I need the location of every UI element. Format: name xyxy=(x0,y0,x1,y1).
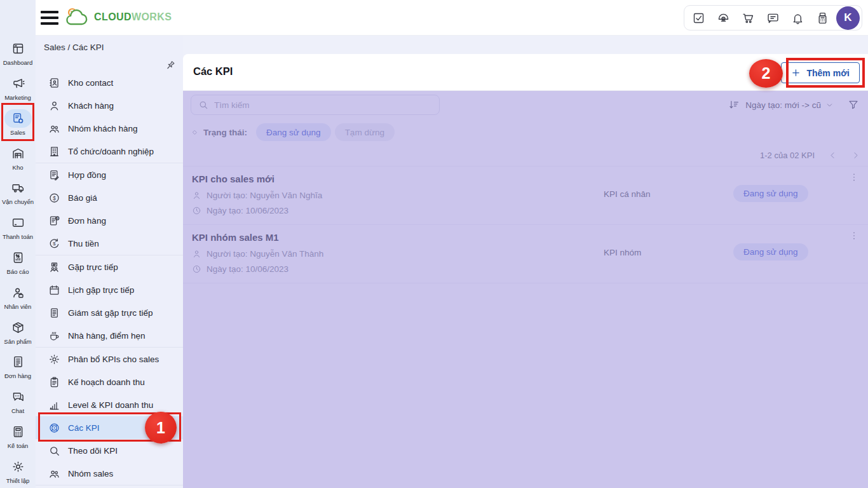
employee-icon xyxy=(11,286,25,299)
rail-item-label: Sản phẩm xyxy=(4,338,31,345)
orders-icon xyxy=(11,355,25,369)
sidebar-item-label: Kế hoạch doanh thu xyxy=(68,377,145,387)
truck-icon xyxy=(11,181,25,194)
cart-icon xyxy=(742,11,755,25)
sidebar-group: Hợp đồng $ Báo giá $ Đơn hàng $ Thu tiền xyxy=(36,163,183,255)
user-icon xyxy=(48,100,60,112)
users-icon xyxy=(48,123,60,135)
sidebar-item-nha-hang[interactable]: Nhà hàng, điểm hẹn xyxy=(36,324,183,347)
sidebar-item-label: Phân bổ KPIs cho sales xyxy=(68,355,159,364)
sidebar-item-theo-doi-kpi[interactable]: Theo dõi KPI xyxy=(36,439,183,462)
chat-button[interactable] xyxy=(761,6,785,30)
sort-control[interactable]: Ngày tạo: mới -> cũ xyxy=(728,91,859,119)
rail-item-sales[interactable]: Sales xyxy=(0,105,36,140)
camera-button[interactable] xyxy=(711,6,736,30)
sidebar-item-label: Level & KPI doanh thu xyxy=(68,400,153,410)
rail-item-don-hang[interactable]: Đơn hàng xyxy=(0,349,36,384)
sidebar-item-kho-contact[interactable]: Kho contact xyxy=(36,71,183,94)
sidebar-group: Kho contact Khách hàng Nhóm khách hàng T… xyxy=(36,71,183,163)
add-new-button[interactable]: Thêm mới xyxy=(781,62,860,83)
rail-item-nhan-vien[interactable]: Nhân viên xyxy=(0,279,36,314)
sidebar-item-phan-bo-kpi[interactable]: Phân bổ KPIs cho sales xyxy=(36,348,183,370)
calculator-icon xyxy=(11,425,25,438)
plus-icon xyxy=(791,68,801,78)
rail-item-thanh-toan[interactable]: Thanh toán xyxy=(0,210,36,245)
add-new-label: Thêm mới xyxy=(806,68,850,78)
pos-button[interactable] xyxy=(810,6,835,30)
sidebar-item-level-kpi[interactable]: Level & KPI doanh thu xyxy=(36,393,183,416)
bell-button[interactable] xyxy=(785,6,810,30)
cart-button[interactable] xyxy=(736,6,761,30)
kpi-title: KPI cho sales mới xyxy=(192,173,275,184)
pagination: 1-2 của 02 KPI xyxy=(760,146,860,165)
sidebar-item-nhom-sales[interactable]: Nhóm sales xyxy=(36,462,183,485)
rail-item-ke-toan[interactable]: Kế toán xyxy=(0,418,36,453)
sort-label: Ngày tạo: mới -> cũ xyxy=(745,100,821,110)
filter-chip[interactable]: Tạm dừng xyxy=(335,123,395,141)
kpi-row[interactable]: KPI cho sales mới Người tạo: Nguyễn Văn … xyxy=(183,166,868,225)
menu-toggle-button[interactable] xyxy=(41,11,58,25)
task-button[interactable] xyxy=(686,6,711,30)
module-rail: Dashboard Marketing Sales Kho Vận chuyển… xyxy=(0,36,36,488)
user-avatar[interactable]: K xyxy=(836,6,860,30)
page-title: Các KPI xyxy=(193,65,233,78)
chevron-left-icon[interactable] xyxy=(828,151,837,160)
rail-item-marketing[interactable]: Marketing xyxy=(0,71,36,105)
sidebar-item-cac-kpi[interactable]: Các KPI xyxy=(36,416,183,439)
meeting-icon xyxy=(48,261,60,273)
sidebar-menu: Kho contact Khách hàng Nhóm khách hàng T… xyxy=(36,71,183,485)
sidebar-item-label: Giám sát gặp trực tiếp xyxy=(68,308,153,318)
chat-icon xyxy=(766,11,780,25)
kpi-row[interactable]: KPI nhóm sales M1 Người tạo: Nguyễn Văn … xyxy=(183,225,868,283)
rail-item-label: Kho xyxy=(13,164,24,171)
rail-item-bao-cao[interactable]: Báo cáo xyxy=(0,245,36,280)
kpi-list-panel: Ngày tạo: mới -> cũ Trạng thái: Đang sử … xyxy=(183,91,868,488)
kebab-menu-icon[interactable] xyxy=(849,231,859,241)
rail-item-dashboard[interactable]: Dashboard xyxy=(0,36,36,71)
contact-book-icon xyxy=(48,77,60,89)
kebab-menu-icon[interactable] xyxy=(849,172,859,182)
package-icon xyxy=(11,321,25,334)
monitor-list-icon xyxy=(48,307,60,319)
rail-item-chat[interactable]: Chat xyxy=(0,384,36,419)
filter-funnel-icon[interactable] xyxy=(848,99,859,111)
sidebar-item-label: Khách hàng xyxy=(68,101,114,111)
sidebar-item-giam-sat-gap[interactable]: Giám sát gặp trực tiếp xyxy=(36,301,183,324)
receipt-icon: $ xyxy=(48,215,60,227)
status-badge: Đang sử dụng xyxy=(733,185,808,202)
sidebar-item-label: Nhóm khách hàng xyxy=(68,124,138,133)
sidebar-item-to-chuc[interactable]: Tổ chức/doanh nghiệp xyxy=(36,140,183,163)
rail-item-label: Thiết lập xyxy=(6,477,29,484)
pin-icon[interactable] xyxy=(165,60,176,71)
search-input[interactable] xyxy=(214,100,432,110)
svg-text:$: $ xyxy=(57,216,58,220)
rail-item-thiet-lap[interactable]: Thiết lập xyxy=(0,453,36,488)
pos-icon xyxy=(816,11,829,25)
building-icon xyxy=(48,146,60,158)
sidebar-item-label: Thu tiền xyxy=(68,239,99,248)
sidebar-item-hop-dong[interactable]: Hợp đồng xyxy=(36,163,183,186)
sidebar-item-gap-truc-tiep[interactable]: Gặp trực tiếp xyxy=(36,255,183,278)
sidebar-item-ke-hoach-doanh-thu[interactable]: Kế hoạch doanh thu xyxy=(36,370,183,393)
sidebar-item-bao-gia[interactable]: $ Báo giá xyxy=(36,186,183,209)
rail-item-van-chuyen[interactable]: Vận chuyển xyxy=(0,175,36,210)
rail-item-san-pham[interactable]: Sản phẩm xyxy=(0,314,36,349)
rail-item-kho[interactable]: Kho xyxy=(0,140,36,175)
sidebar-item-don-hang[interactable]: $ Đơn hàng xyxy=(36,209,183,232)
sales-doc-icon xyxy=(11,112,25,125)
gear-icon xyxy=(11,460,25,473)
sidebar-item-khach-hang[interactable]: Khách hàng xyxy=(36,94,183,117)
clock-icon xyxy=(192,264,201,274)
diamond-icon xyxy=(191,128,199,137)
chevron-right-icon[interactable] xyxy=(851,151,860,160)
target-icon xyxy=(48,422,60,434)
filter-chip[interactable]: Đang sử dụng xyxy=(256,123,331,141)
sidebar-item-nhom-khach-hang[interactable]: Nhóm khách hàng xyxy=(36,117,183,140)
sidebar-group: Gặp trực tiếp Lịch gặp trực tiếp Giám sá… xyxy=(36,255,183,348)
sidebar-item-thu-tien[interactable]: $ Thu tiền xyxy=(36,232,183,255)
sidebar-item-lich-gap[interactable]: Lịch gặp trực tiếp xyxy=(36,278,183,301)
kpi-title: KPI nhóm sales M1 xyxy=(192,232,279,243)
kpi-type-label: KPI nhóm xyxy=(604,248,641,257)
svg-text:$: $ xyxy=(53,194,56,201)
search-icon xyxy=(198,100,208,110)
